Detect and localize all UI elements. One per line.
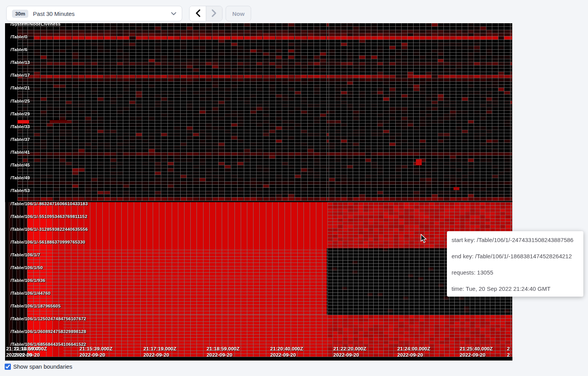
key-visualizer: /System/NodeLiveness/Table/0/Table/6/Tab…: [0, 0, 588, 376]
x-axis-label: 21:15:39.000Z2022-09-20: [79, 346, 112, 358]
row-label: /System/NodeLiveness: [10, 23, 60, 26]
next-time-button[interactable]: [206, 6, 222, 21]
row-label: /Table/6: [10, 47, 28, 52]
x-axis-label: 21:17:19.000Z2022-09-20: [143, 346, 176, 358]
row-label: /Table/106/1/-5510953463769811152: [10, 214, 87, 219]
footer: Show span boundaries: [5, 363, 72, 370]
row-label: /Table/106/1/-3128593822440635556: [10, 227, 88, 232]
row-label: /Table/106/1/936: [10, 278, 45, 283]
tooltip-start-key: start key: /Table/106/1/-247433150824388…: [452, 237, 579, 243]
tooltip-requests: requests: 13055: [452, 269, 579, 276]
toolbar: 30m Past 30 Minutes Now: [0, 0, 588, 23]
x-axis-label: 21:13:59.000Z2022-09-20: [14, 346, 47, 358]
row-label: /Table/0: [10, 34, 28, 39]
chevron-down-icon: [171, 12, 176, 15]
time-range-badge: 30m: [12, 10, 28, 18]
row-label: /Table/37: [10, 137, 30, 142]
row-label: /Table/106/1/3608924758329898128: [10, 329, 86, 334]
tooltip-end-key: end key: /Table/106/1/-18683814745282642…: [452, 253, 579, 259]
row-label: /Table/53: [10, 188, 30, 193]
row-label: /Table/106/1/-8632471606610433183: [10, 201, 88, 206]
row-label: /Table/106/1/50: [10, 265, 43, 270]
row-label: /Table/13: [10, 60, 30, 65]
row-label: /Table/106/1/1250247484756107672: [10, 316, 86, 321]
now-button[interactable]: Now: [226, 6, 251, 21]
show-span-boundaries-checkbox[interactable]: [5, 364, 11, 370]
x-axis-label: 21:22:20.000Z2022-09-20: [333, 346, 366, 358]
key-visualizer-heatmap[interactable]: [5, 23, 512, 361]
x-axis-label: 21:25:40.000Z2022-09-20: [460, 346, 493, 358]
row-label: /Table/106/1/-561886370999765330: [10, 240, 85, 244]
time-range-dropdown[interactable]: 30m Past 30 Minutes: [6, 6, 182, 21]
time-range-label: Past 30 Minutes: [33, 10, 75, 17]
prev-time-button[interactable]: [190, 6, 206, 21]
row-label: /Table/106/1/6856844354106641522: [10, 342, 86, 347]
x-axis-label: 21:20:40.000Z2022-09-20: [270, 346, 303, 358]
x-axis-label: 21:18:59.000Z2022-09-20: [207, 346, 240, 358]
mouse-cursor-icon: [420, 234, 428, 246]
x-axis-label: 21:24:00.000Z2022-09-20: [397, 346, 430, 358]
row-label: /Table/29: [10, 112, 30, 116]
row-label: /Table/106/1/44760: [10, 291, 50, 295]
heatmap-tooltip: start key: /Table/106/1/-247433150824388…: [447, 231, 583, 297]
row-label: /Table/17: [10, 73, 30, 77]
show-span-boundaries-label: Show span boundaries: [13, 363, 72, 370]
row-label: /Table/106/1/7: [10, 252, 40, 257]
chevron-left-icon: [195, 9, 200, 18]
chevron-right-icon: [212, 9, 217, 18]
row-label: /Table/41: [10, 150, 30, 155]
row-label: /Table/21: [10, 86, 30, 90]
heatmap-labels-layer: /System/NodeLiveness/Table/0/Table/6/Tab…: [5, 23, 512, 361]
time-nav-group: [189, 6, 222, 21]
row-label: /Table/33: [10, 124, 30, 129]
row-label: /Table/25: [10, 99, 30, 103]
row-label: /Table/106/1/187965605: [10, 304, 61, 308]
tooltip-time: time: Tue, 20 Sep 2022 21:24:40 GMT: [452, 285, 579, 292]
row-label: /Table/49: [10, 175, 30, 180]
row-label: /Table/45: [10, 163, 30, 167]
x-axis-label: 22: [507, 346, 510, 358]
x-axis-label: 21:12:18.000Z2022-09-20: [6, 346, 39, 358]
